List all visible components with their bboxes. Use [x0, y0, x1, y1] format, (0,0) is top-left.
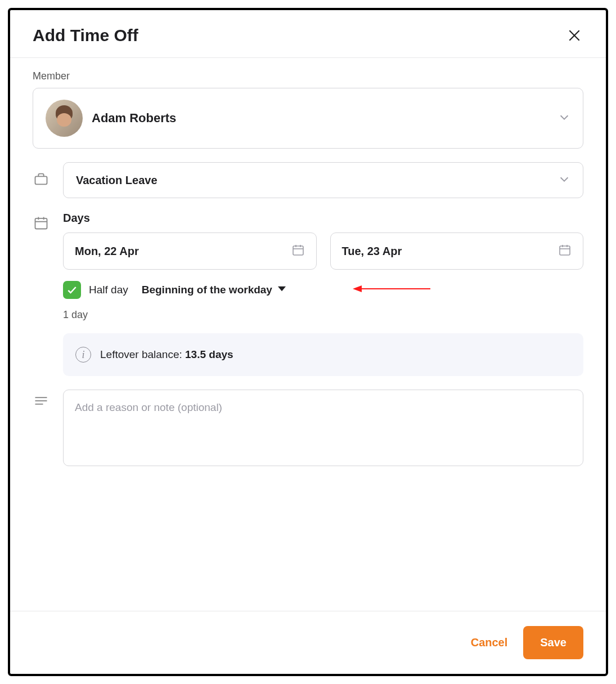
dialog-frame: Add Time Off Member Adam Roberts	[8, 8, 608, 676]
start-date-value: Mon, 22 Apr	[75, 245, 139, 258]
avatar	[46, 100, 83, 137]
half-day-option-select[interactable]: Beginning of the workday	[142, 284, 286, 296]
end-date-value: Tue, 23 Apr	[342, 245, 402, 258]
dialog-header: Add Time Off	[10, 10, 606, 58]
dialog-title: Add Time Off	[33, 26, 138, 45]
calendar-icon	[291, 243, 305, 259]
balance-value: 13.5 days	[185, 348, 233, 360]
chevron-down-icon	[558, 111, 570, 126]
half-day-label: Half day	[89, 284, 128, 296]
dialog-body: Member Adam Roberts Vacation Leave	[10, 58, 606, 611]
note-textarea[interactable]	[75, 401, 572, 452]
leave-type-select[interactable]: Vacation Leave	[63, 162, 583, 198]
note-box	[63, 390, 583, 466]
balance-box: i Leftover balance: 13.5 days	[63, 333, 583, 376]
svg-marker-17	[353, 285, 362, 292]
svg-rect-11	[560, 246, 570, 255]
annotation-arrow	[353, 283, 431, 297]
half-day-option-value: Beginning of the workday	[142, 284, 272, 296]
save-button[interactable]: Save	[523, 626, 583, 659]
balance-label: Leftover balance:	[100, 348, 185, 360]
calendar-icon	[33, 212, 50, 231]
leave-type-value: Vacation Leave	[76, 174, 158, 187]
chevron-down-icon	[558, 173, 570, 187]
check-icon	[66, 284, 78, 296]
balance-text: Leftover balance: 13.5 days	[100, 348, 233, 361]
days-heading: Days	[63, 212, 583, 225]
member-label: Member	[33, 70, 583, 82]
svg-rect-7	[293, 246, 303, 255]
member-select[interactable]: Adam Roberts	[33, 88, 583, 149]
half-day-checkbox[interactable]	[63, 281, 81, 299]
start-date-input[interactable]: Mon, 22 Apr	[63, 233, 317, 270]
member-name: Adam Roberts	[92, 111, 176, 126]
note-icon	[33, 390, 50, 409]
svg-rect-2	[35, 176, 47, 184]
close-icon	[567, 28, 582, 43]
info-icon: i	[75, 347, 91, 363]
briefcase-icon	[33, 162, 50, 187]
caret-down-icon	[278, 285, 286, 295]
dialog-footer: Cancel Save	[10, 611, 606, 674]
duration-text: 1 day	[63, 309, 583, 321]
svg-marker-15	[278, 287, 286, 291]
end-date-input[interactable]: Tue, 23 Apr	[330, 233, 584, 270]
calendar-icon	[558, 243, 572, 259]
cancel-button[interactable]: Cancel	[471, 636, 508, 649]
close-button[interactable]	[565, 26, 583, 44]
svg-rect-3	[35, 218, 47, 229]
